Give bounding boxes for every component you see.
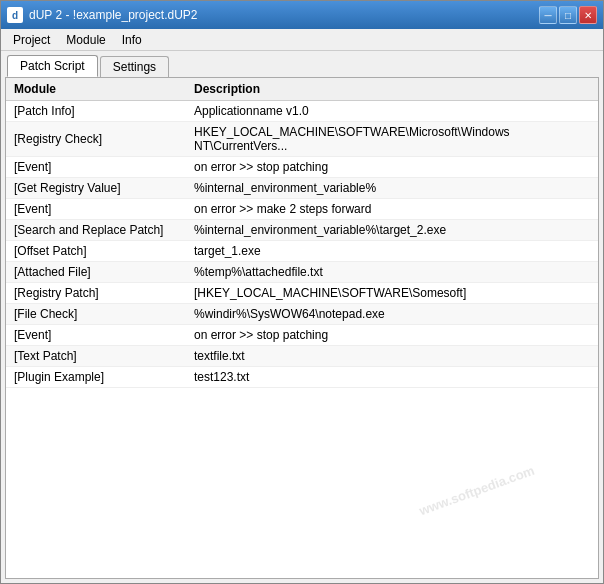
- cell-module: [Search and Replace Patch]: [6, 220, 186, 241]
- main-window: d dUP 2 - !example_project.dUP2 ─ □ ✕ Pr…: [0, 0, 604, 584]
- menu-bar: Project Module Info: [1, 29, 603, 51]
- table-row[interactable]: [Event]on error >> stop patching: [6, 325, 598, 346]
- table-row[interactable]: [Registry Check]HKEY_LOCAL_MACHINE\SOFTW…: [6, 122, 598, 157]
- cell-description: on error >> make 2 steps forward: [186, 199, 598, 220]
- app-icon: d: [7, 7, 23, 23]
- minimize-button[interactable]: ─: [539, 6, 557, 24]
- menu-module[interactable]: Module: [58, 31, 113, 49]
- cell-module: [Registry Patch]: [6, 283, 186, 304]
- title-bar: d dUP 2 - !example_project.dUP2 ─ □ ✕: [1, 1, 603, 29]
- cell-module: [Event]: [6, 199, 186, 220]
- cell-module: [Plugin Example]: [6, 367, 186, 388]
- column-header-description: Description: [186, 78, 598, 101]
- window-title: dUP 2 - !example_project.dUP2: [29, 8, 198, 22]
- cell-description: test123.txt: [186, 367, 598, 388]
- tab-bar: Patch Script Settings: [1, 51, 603, 77]
- window-controls: ─ □ ✕: [539, 6, 597, 24]
- table-row[interactable]: [Get Registry Value]%internal_environmen…: [6, 178, 598, 199]
- cell-description: textfile.txt: [186, 346, 598, 367]
- cell-module: [Offset Patch]: [6, 241, 186, 262]
- cell-module: [Registry Check]: [6, 122, 186, 157]
- table-row[interactable]: [Registry Patch][HKEY_LOCAL_MACHINE\SOFT…: [6, 283, 598, 304]
- cell-description: %temp%\attachedfile.txt: [186, 262, 598, 283]
- cell-description: target_1.exe: [186, 241, 598, 262]
- close-button[interactable]: ✕: [579, 6, 597, 24]
- patch-script-table: Module Description [Patch Info]Applicati…: [6, 78, 598, 388]
- table-row[interactable]: [Patch Info]Applicationname v1.0: [6, 101, 598, 122]
- table-row[interactable]: [File Check]%windir%\SysWOW64\notepad.ex…: [6, 304, 598, 325]
- table-row[interactable]: [Offset Patch]target_1.exe: [6, 241, 598, 262]
- maximize-button[interactable]: □: [559, 6, 577, 24]
- cell-description: [HKEY_LOCAL_MACHINE\SOFTWARE\Somesoft]: [186, 283, 598, 304]
- cell-description: on error >> stop patching: [186, 325, 598, 346]
- tab-settings[interactable]: Settings: [100, 56, 169, 77]
- cell-module: [Event]: [6, 157, 186, 178]
- title-bar-left: d dUP 2 - !example_project.dUP2: [7, 7, 198, 23]
- cell-description: HKEY_LOCAL_MACHINE\SOFTWARE\Microsoft\Wi…: [186, 122, 598, 157]
- cell-module: [Event]: [6, 325, 186, 346]
- table-row[interactable]: [Text Patch]textfile.txt: [6, 346, 598, 367]
- cell-module: [Text Patch]: [6, 346, 186, 367]
- cell-description: %internal_environment_variable%: [186, 178, 598, 199]
- tab-patch-script[interactable]: Patch Script: [7, 55, 98, 77]
- cell-module: [Patch Info]: [6, 101, 186, 122]
- cell-description: %windir%\SysWOW64\notepad.exe: [186, 304, 598, 325]
- cell-description: Applicationname v1.0: [186, 101, 598, 122]
- table-row[interactable]: [Plugin Example]test123.txt: [6, 367, 598, 388]
- table-row[interactable]: [Search and Replace Patch]%internal_envi…: [6, 220, 598, 241]
- menu-project[interactable]: Project: [5, 31, 58, 49]
- cell-description: %internal_environment_variable%\target_2…: [186, 220, 598, 241]
- cell-description: on error >> stop patching: [186, 157, 598, 178]
- content-area: Module Description [Patch Info]Applicati…: [5, 77, 599, 579]
- column-header-module: Module: [6, 78, 186, 101]
- menu-info[interactable]: Info: [114, 31, 150, 49]
- table-header-row: Module Description: [6, 78, 598, 101]
- table-row[interactable]: [Event]on error >> make 2 steps forward: [6, 199, 598, 220]
- table-row[interactable]: [Event]on error >> stop patching: [6, 157, 598, 178]
- cell-module: [Get Registry Value]: [6, 178, 186, 199]
- table-row[interactable]: [Attached File]%temp%\attachedfile.txt: [6, 262, 598, 283]
- watermark: www.softpedia.com: [418, 463, 537, 519]
- cell-module: [File Check]: [6, 304, 186, 325]
- cell-module: [Attached File]: [6, 262, 186, 283]
